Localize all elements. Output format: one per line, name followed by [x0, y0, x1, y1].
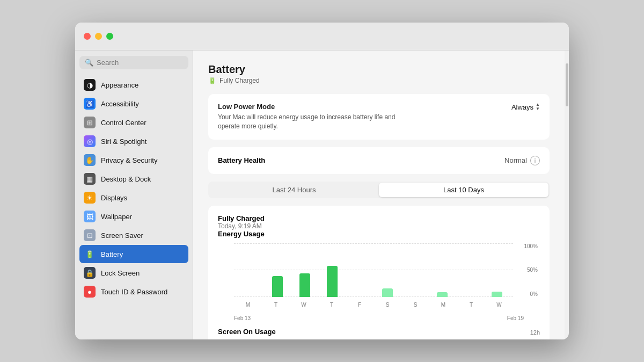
desktop-icon: ▦: [84, 173, 96, 185]
sidebar-label-appearance: Appearance: [101, 81, 138, 89]
sidebar-item-siri[interactable]: ◎Siri & Spotlight: [79, 132, 188, 150]
privacy-icon: ✋: [84, 154, 96, 166]
sidebar-item-lockscreen[interactable]: 🔒Lock Screen: [79, 264, 188, 282]
sidebar-item-privacy[interactable]: ✋Privacy & Security: [79, 151, 188, 169]
sidebar-label-wallpaper: Wallpaper: [101, 213, 132, 221]
scrollbar-thumb[interactable]: [566, 63, 568, 106]
bar-day-label: W: [485, 302, 513, 308]
low-power-text: Low Power Mode Your Mac will reduce ener…: [218, 103, 411, 131]
low-power-card: Low Power Mode Your Mac will reduce ener…: [208, 94, 550, 140]
low-power-value: Always: [511, 103, 533, 111]
control-center-icon: ⊞: [84, 117, 96, 128]
low-power-select[interactable]: Always ▲▼: [511, 103, 540, 111]
bar-day-label: S: [374, 302, 401, 308]
screen-on-suffix: 12h: [530, 329, 540, 336]
date-label: Feb 13: [234, 315, 251, 321]
titlebar: [75, 23, 569, 50]
screensaver-icon: ⊡: [84, 229, 96, 241]
chart-y-labels: 100%50%0%: [524, 243, 538, 297]
minimize-button[interactable]: [95, 33, 102, 40]
energy-section: Energy Usage 100%50%0% MTWTFSSMTW Feb 13…: [218, 230, 540, 321]
battery-health-card: Battery Health Normal i: [208, 147, 550, 174]
info-icon[interactable]: i: [530, 156, 540, 165]
search-input[interactable]: [97, 59, 183, 67]
energy-usage-title: Energy Usage: [218, 230, 540, 238]
screen-on-section: Screen On Usage 12h: [218, 328, 540, 338]
health-status-value: Normal: [504, 156, 527, 164]
bar-day-label: S: [401, 302, 429, 308]
bar-day-label: F: [346, 302, 374, 308]
search-icon: 🔍: [85, 59, 93, 67]
bar-group: [264, 276, 291, 297]
sidebar-label-siri: Siri & Spotlight: [101, 137, 147, 146]
sidebar-label-control-center: Control Center: [101, 119, 147, 127]
energy-chart: 100%50%0% MTWTFSSMTW: [218, 243, 540, 313]
sidebar-item-battery[interactable]: 🔋Battery: [79, 245, 188, 263]
energy-bar: [492, 292, 502, 297]
sidebar-label-desktop: Desktop & Dock: [101, 175, 151, 183]
energy-bar: [382, 288, 393, 296]
y-axis-label: 100%: [524, 243, 538, 249]
sidebar: 🔍 ◑Appearance♿Accessibility⊞Control Cent…: [75, 50, 193, 339]
wallpaper-icon: 🖼: [84, 211, 96, 222]
health-status: Normal i: [504, 156, 540, 165]
bar-day-label: W: [290, 302, 318, 308]
maximize-button[interactable]: [106, 33, 113, 40]
energy-bar: [327, 266, 338, 296]
scrollbar-track[interactable]: [565, 50, 569, 339]
search-bar[interactable]: 🔍: [79, 56, 188, 69]
energy-bar: [299, 273, 310, 296]
panel-title: Battery: [208, 63, 550, 76]
appearance-icon: ◑: [84, 79, 96, 91]
siri-icon: ◎: [84, 135, 96, 147]
sidebar-label-accessibility: Accessibility: [101, 100, 139, 108]
chart-labels: MTWTFSSMTW: [234, 302, 513, 308]
bar-group: [319, 266, 346, 296]
sidebar-item-appearance[interactable]: ◑Appearance: [79, 76, 188, 94]
bar-day-label: T: [318, 302, 346, 308]
sidebar-item-touchid[interactable]: ●Touch ID & Password: [79, 283, 188, 301]
charge-status: Fully Charged Today, 9:19 AM: [218, 214, 540, 230]
y-axis-label: 50%: [527, 267, 538, 273]
y-axis-label: 0%: [530, 291, 538, 297]
bar-day-label: T: [457, 302, 485, 308]
sidebar-label-screensaver: Screen Saver: [101, 231, 143, 240]
sidebar-item-wallpaper[interactable]: 🖼Wallpaper: [79, 207, 188, 226]
tab-last10[interactable]: Last 10 Days: [379, 183, 548, 197]
bar-group: [374, 288, 401, 296]
bar-day-label: T: [262, 302, 290, 308]
settings-window: 🔍 ◑Appearance♿Accessibility⊞Control Cent…: [75, 23, 569, 339]
tab-row: Last 24 Hours Last 10 Days: [208, 182, 550, 198]
sidebar-item-desktop[interactable]: ▦Desktop & Dock: [79, 170, 188, 188]
panel-subtitle: 🔋 Fully Charged: [208, 77, 550, 84]
bar-group: [428, 292, 456, 296]
sidebar-item-screensaver[interactable]: ⊡Screen Saver: [79, 226, 188, 244]
charge-status-timestamp: Today, 9:19 AM: [218, 222, 540, 230]
bar-group: [291, 273, 318, 296]
sidebar-label-privacy: Privacy & Security: [101, 156, 157, 164]
sidebar-label-displays: Displays: [101, 194, 127, 202]
lockscreen-icon: 🔒: [84, 267, 96, 279]
touchid-icon: ●: [84, 286, 96, 298]
chart-bars: [234, 243, 513, 297]
traffic-lights: [84, 33, 113, 40]
panel-subtitle-text: Fully Charged: [219, 77, 260, 84]
date-labels: Feb 13Feb 19: [218, 315, 540, 321]
displays-icon: ☀: [84, 192, 96, 204]
sidebar-label-battery: Battery: [101, 250, 123, 258]
close-button[interactable]: [84, 33, 91, 40]
sidebar-item-displays[interactable]: ☀Displays: [79, 189, 188, 207]
date-label: Feb 19: [507, 315, 524, 321]
sidebar-item-accessibility[interactable]: ♿Accessibility: [79, 95, 188, 113]
bar-day-label: M: [429, 302, 457, 308]
battery-icon: 🔋: [84, 248, 96, 260]
select-arrows-icon: ▲▼: [536, 103, 540, 111]
charge-status-card: Fully Charged Today, 9:19 AM Energy Usag…: [208, 206, 550, 339]
low-power-description: Your Mac will reduce energy usage to inc…: [218, 113, 411, 131]
tab-last24[interactable]: Last 24 Hours: [209, 183, 379, 197]
sidebar-item-control-center[interactable]: ⊞Control Center: [79, 113, 188, 132]
bar-day-label: M: [234, 302, 262, 308]
bar-group: [484, 292, 511, 297]
battery-health-label: Battery Health: [218, 156, 265, 164]
low-power-label: Low Power Mode: [218, 103, 411, 111]
